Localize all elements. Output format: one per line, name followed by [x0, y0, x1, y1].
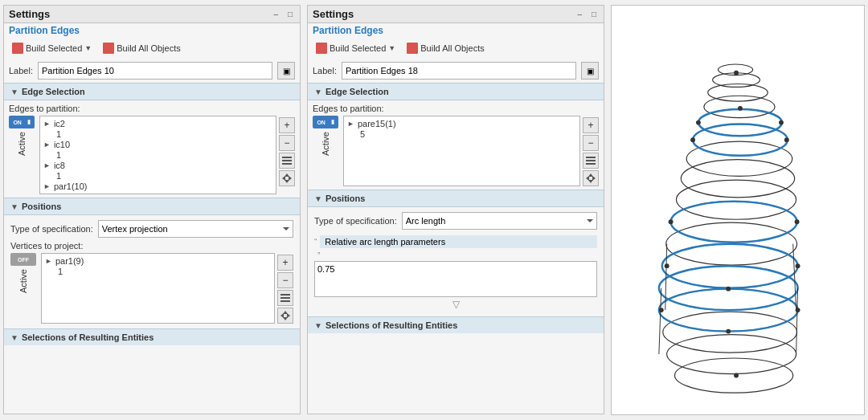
panel-1-build-selected-label: Build Selected — [26, 43, 82, 53]
vertex-move-btn[interactable] — [277, 308, 293, 324]
panel-1-edge-selection-header[interactable]: ▼ Edge Selection — [4, 83, 300, 100]
panel-1-vertices-list[interactable]: ► par1(9) 1 — [41, 253, 275, 324]
panel-1-selections-header[interactable]: ▼ Selections of Resulting Entities — [4, 328, 300, 345]
svg-rect-1 — [282, 160, 292, 161]
panel-1-build-selected-btn[interactable]: Build Selected ▼ — [9, 41, 95, 55]
expand-icon: ► — [43, 141, 51, 149]
svg-point-55 — [669, 219, 674, 224]
panel-2-close[interactable]: □ — [589, 9, 599, 19]
svg-point-56 — [795, 219, 800, 224]
move-icon — [281, 173, 293, 184]
edge-settings-btn[interactable] — [279, 153, 295, 169]
panel-1-vertices-active: OFF Active — [10, 253, 39, 324]
arc-value-area[interactable]: 0.75 — [314, 261, 597, 297]
panel-1-positions-header[interactable]: ▼ Positions — [4, 198, 300, 215]
positions-arrow: ▼ — [10, 202, 18, 211]
svg-point-52 — [726, 329, 731, 334]
edge-add-btn[interactable]: + — [279, 117, 295, 133]
edge-remove-btn[interactable]: − — [279, 135, 295, 151]
selections-arrow: ▼ — [10, 333, 18, 342]
svg-point-53 — [665, 263, 669, 268]
expand-icon: ► — [43, 161, 51, 169]
svg-rect-0 — [282, 157, 292, 158]
svg-point-54 — [796, 263, 800, 268]
table-row: 1 — [40, 150, 276, 160]
table-row[interactable]: ► par1(10) — [40, 181, 276, 192]
build-all-icon-2 — [407, 43, 418, 54]
svg-rect-15 — [586, 160, 596, 161]
expand-icon: ► — [43, 182, 51, 190]
panel-2-positions-header[interactable]: ▼ Positions — [308, 190, 604, 207]
panel-2-build-all-btn[interactable]: Build All Objects — [403, 41, 487, 55]
table-row[interactable]: ► ic10 — [40, 139, 276, 150]
scroll-indicator: ▽ — [314, 297, 597, 312]
panel-2-label-input[interactable] — [342, 62, 576, 80]
panel-1-vertex-toggle[interactable]: OFF — [10, 253, 36, 266]
panel-1-subtitle: Partition Edges — [4, 23, 300, 38]
p2-edge-remove-btn[interactable]: − — [583, 135, 599, 151]
expand-icon: ► — [45, 257, 52, 265]
panel-2-build-selected-label: Build Selected — [330, 43, 386, 53]
panel-1-vertices-side-btns: + − — [277, 253, 293, 324]
panel-1-positions-content: Type of specification: Vertex projection… — [4, 215, 300, 328]
panel-2-type-select[interactable]: Vertex projection Arc length Uniform — [402, 212, 597, 230]
svg-rect-9 — [280, 300, 290, 302]
panel-2-label-copy-btn[interactable]: ▣ — [581, 62, 599, 80]
panel-2-selections-header[interactable]: ▼ Selections of Resulting Entities — [308, 316, 604, 333]
panel-1-edge-toggle[interactable]: ON ▮ — [9, 116, 35, 128]
vertex-remove-btn[interactable]: − — [277, 272, 293, 288]
panel-1-title: Settings — [9, 8, 50, 20]
panel-1-label-text: Label: — [9, 66, 33, 75]
svg-rect-16 — [586, 163, 596, 165]
panel-2-edges-list[interactable]: ► pare15(1) 5 — [343, 116, 580, 186]
table-row[interactable]: ► pare15(1) — [344, 118, 579, 129]
vertex-add-btn[interactable]: + — [277, 255, 293, 271]
edge-move-btn[interactable] — [279, 170, 295, 186]
table-row[interactable]: ► par1(9) — [42, 255, 274, 267]
panel-1-selections-label: Selections of Resulting Entities — [22, 332, 154, 342]
panel-2-build-selected-btn[interactable]: Build Selected ▼ — [313, 41, 399, 55]
table-row: 1 — [42, 267, 274, 276]
svg-marker-20 — [592, 176, 596, 181]
panel-2-edge-selection-header[interactable]: ▼ Edge Selection — [308, 83, 604, 100]
panel-1-edges-list[interactable]: ► ic2 1 ► ic10 1 ► ic8 1 ► — [39, 116, 276, 194]
svg-marker-6 — [289, 176, 292, 181]
panel-2: Settings – □ Partition Edges Build Selec… — [307, 5, 604, 414]
svg-point-50 — [796, 308, 800, 312]
table-row[interactable]: ► ic8 — [40, 160, 276, 171]
panel-1-edges-label: Edges to partition: — [9, 104, 295, 113]
panel-2-selections-label: Selections of Resulting Entities — [326, 320, 457, 330]
panel-1-close[interactable]: □ — [285, 9, 295, 19]
panel-2-subtitle: Partition Edges — [308, 23, 604, 38]
table-row: 5 — [344, 129, 579, 139]
panel-1-build-all-btn[interactable]: Build All Objects — [100, 41, 183, 55]
vertex-settings-btn[interactable] — [277, 290, 293, 306]
panel-1-label-copy-btn[interactable]: ▣ — [277, 62, 295, 80]
svg-rect-8 — [280, 297, 290, 299]
table-row: 1 — [40, 129, 276, 139]
panel-2-build-all-label: Build All Objects — [420, 43, 484, 53]
table-row[interactable]: ► ic2 — [40, 118, 276, 129]
panel-1-edge-selection-area: Edges to partition: ON ▮ Active ► ic2 1 — [4, 100, 300, 198]
build-all-icon — [103, 43, 114, 54]
svg-point-60 — [779, 120, 784, 125]
panel-1-active-section: ON ▮ Active — [9, 116, 37, 194]
panel-2-edges-label: Edges to partition: — [313, 104, 599, 113]
panel-1-content: ▼ Edge Selection Edges to partition: ON … — [4, 83, 300, 414]
viewport[interactable] — [611, 5, 865, 415]
build-selected-dropdown-2[interactable]: ▼ — [388, 44, 395, 52]
panel-1-label-input[interactable] — [38, 62, 272, 80]
build-selected-dropdown[interactable]: ▼ — [84, 44, 92, 52]
panel-1-type-select[interactable]: Vertex projection Arc length Uniform — [98, 220, 293, 238]
panel-1: Settings – □ Partition Edges Build Selec… — [3, 5, 301, 414]
p2-edge-add-btn[interactable]: + — [583, 117, 599, 133]
p2-edge-settings-btn[interactable] — [583, 153, 599, 169]
p2-edge-move-btn[interactable] — [583, 170, 599, 186]
panel-2-edge-toggle[interactable]: ON ▮ — [313, 116, 338, 128]
selections-arrow-2: ▼ — [314, 321, 322, 330]
panel-2-titlebar: Settings – □ — [308, 6, 604, 23]
panel-1-edges-list-container: ON ▮ Active ► ic2 1 ► ic10 1 — [9, 116, 295, 194]
panel-2-controls: – □ — [575, 9, 599, 19]
panel-2-minimize[interactable]: – — [575, 9, 584, 19]
panel-1-minimize[interactable]: – — [271, 9, 280, 19]
